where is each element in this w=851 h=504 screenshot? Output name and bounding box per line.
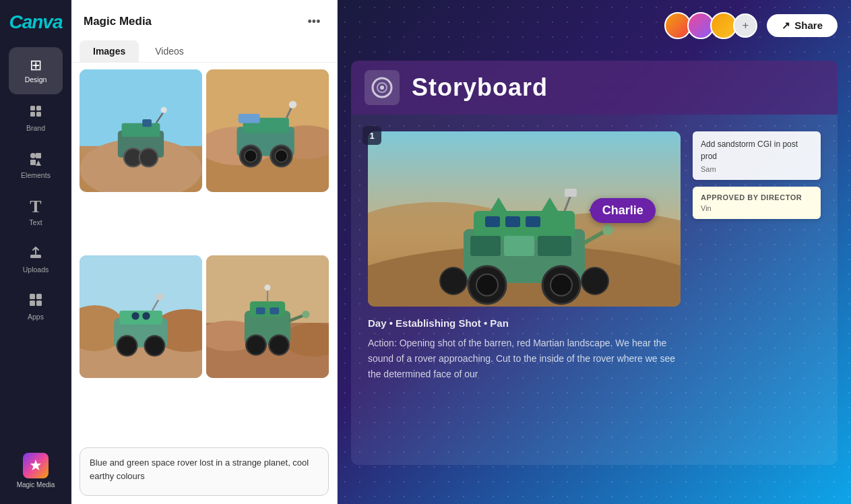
svg-rect-21	[142, 119, 152, 127]
scene-image[interactable]: Charlie	[368, 131, 681, 307]
text-icon: T	[30, 198, 41, 216]
svg-rect-32	[239, 114, 260, 123]
magic-media-icon	[23, 453, 49, 478]
plus-icon: +	[743, 20, 749, 32]
note-card-2[interactable]: APPROVED BY DIRECTOR Vin	[693, 187, 821, 219]
storyboard-logo	[365, 70, 400, 105]
svg-marker-6	[36, 160, 41, 166]
scene-desc-area: Day • Establishing Shot • Pan Action: Op…	[368, 317, 681, 382]
svg-point-63	[380, 86, 384, 90]
avatar-more-button[interactable]: +	[733, 13, 757, 38]
svg-rect-75	[470, 236, 501, 256]
sidebar-item-magic-media[interactable]: Magic Media	[9, 447, 63, 494]
svg-rect-46	[156, 293, 164, 299]
svg-point-56	[269, 335, 289, 355]
svg-rect-53	[256, 307, 265, 314]
note-author-1: Sam	[701, 165, 813, 173]
sidebar-item-brand[interactable]: Brand	[9, 94, 63, 141]
scene-action-text: Action: Opening shot of the barren, red …	[368, 336, 681, 382]
svg-rect-12	[36, 301, 42, 306]
svg-rect-3	[36, 112, 41, 117]
scene-number: 1	[363, 126, 381, 145]
image-cell-2[interactable]	[206, 69, 329, 192]
image-cell-4[interactable]	[206, 255, 329, 378]
image-cell-1[interactable]	[80, 69, 202, 192]
scene-card-1: 1	[368, 131, 681, 448]
sidebar-item-uploads-label: Uploads	[23, 265, 49, 274]
app-container: Canva ⊞ Design Brand	[0, 0, 851, 504]
svg-point-81	[550, 274, 572, 296]
sidebar-item-brand-label: Brand	[26, 124, 45, 132]
sidebar-item-uploads[interactable]: Uploads	[9, 236, 63, 283]
svg-rect-76	[504, 236, 534, 256]
note-status-2: APPROVED BY DIRECTOR	[701, 193, 813, 201]
svg-point-79	[476, 274, 498, 296]
svg-rect-16	[122, 123, 160, 137]
svg-rect-9	[30, 294, 35, 299]
panel-tabs: Images Videos	[71, 40, 337, 63]
magic-media-panel: Magic Media ••• Images Videos	[71, 0, 338, 504]
prompt-area[interactable]: Blue and green space rover lost in a str…	[80, 447, 329, 496]
note-text-1: Add sandstorm CGI in post prod	[701, 138, 813, 162]
svg-rect-40	[119, 310, 162, 323]
storyboard-header: Storyboard	[351, 61, 838, 115]
avatar-group: +	[664, 12, 757, 39]
svg-point-30	[245, 150, 257, 162]
panel-header: Magic Media •••	[71, 0, 337, 40]
svg-rect-11	[30, 301, 35, 306]
storyboard-area: 1	[351, 115, 838, 465]
prompt-text: Blue and green space rover lost in a str…	[90, 456, 319, 482]
charlie-tooltip[interactable]: Charlie	[590, 198, 656, 223]
svg-rect-0	[30, 106, 35, 111]
tab-images[interactable]: Images	[80, 40, 139, 62]
more-icon: •••	[308, 15, 321, 29]
main-canvas: + ↗ Share Storyboard	[338, 0, 851, 504]
sidebar-item-apps[interactable]: Apps	[9, 283, 63, 330]
svg-rect-54	[270, 307, 279, 314]
sidebar-item-text-label: Text	[29, 218, 42, 226]
share-button[interactable]: ↗ Share	[767, 14, 838, 37]
svg-rect-1	[36, 106, 41, 111]
svg-point-83	[581, 267, 608, 294]
svg-point-42	[145, 336, 165, 356]
sidebar-item-text[interactable]: T Text	[9, 189, 63, 236]
elements-icon	[28, 151, 43, 168]
svg-rect-8	[30, 255, 41, 258]
sidebar-item-elements[interactable]: Elements	[9, 141, 63, 189]
panel-more-button[interactable]: •••	[303, 11, 325, 32]
svg-point-44	[142, 312, 150, 319]
share-label: Share	[794, 20, 823, 31]
svg-point-58	[302, 310, 309, 317]
svg-point-60	[264, 284, 270, 290]
brand-icon	[28, 104, 43, 121]
sidebar-item-design[interactable]: ⊞ Design	[9, 47, 63, 94]
sidebar-item-apps-label: Apps	[28, 313, 44, 321]
svg-rect-87	[565, 189, 577, 197]
svg-rect-73	[505, 216, 520, 227]
canva-logo[interactable]: Canva	[7, 7, 65, 37]
svg-rect-77	[538, 236, 571, 256]
storyboard-title: Storyboard	[412, 73, 548, 102]
panel-title: Magic Media	[84, 15, 152, 28]
tab-videos[interactable]: Videos	[141, 40, 197, 62]
apps-icon	[28, 292, 43, 310]
note-card-1[interactable]: Add sandstorm CGI in post prod Sam	[693, 131, 821, 180]
svg-point-31	[275, 150, 287, 162]
svg-point-43	[131, 312, 139, 319]
svg-rect-7	[30, 160, 36, 165]
share-icon: ↗	[782, 20, 790, 32]
svg-rect-52	[250, 301, 285, 317]
notes-panel: Add sandstorm CGI in post prod Sam APPRO…	[693, 131, 821, 448]
topbar: + ↗ Share	[338, 0, 851, 51]
image-cell-3[interactable]	[80, 255, 202, 378]
svg-point-34	[289, 101, 296, 108]
charlie-label: Charlie	[602, 203, 643, 217]
sidebar-item-elements-label: Elements	[21, 171, 51, 179]
note-author-2: Vin	[701, 204, 813, 212]
svg-point-18	[139, 148, 158, 166]
uploads-icon	[28, 245, 43, 263]
svg-rect-5	[36, 153, 41, 158]
svg-point-82	[440, 267, 467, 294]
svg-rect-10	[36, 294, 42, 299]
svg-rect-74	[526, 216, 540, 227]
